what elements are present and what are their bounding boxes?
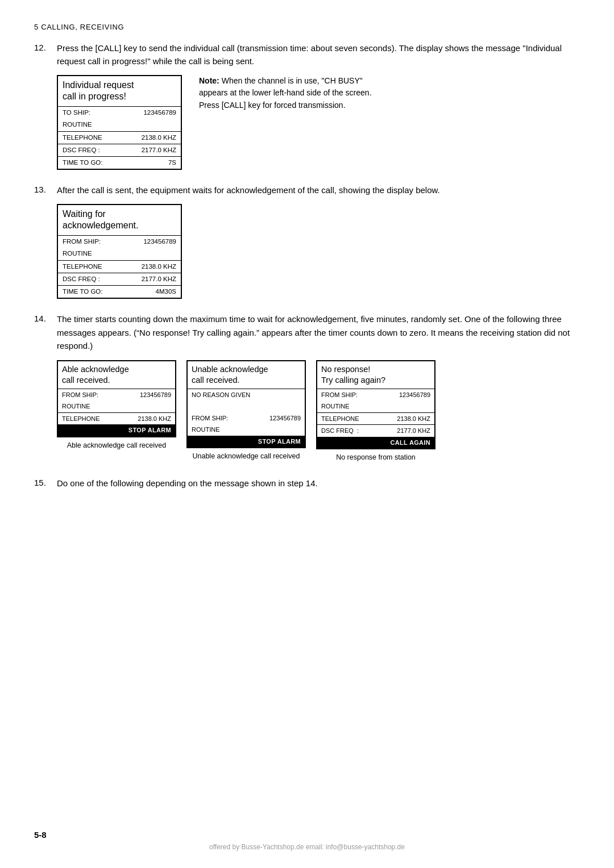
lcd-waiting: Waiting for acknowledgement. FROM SHIP:1…: [57, 204, 182, 299]
lcd-unable: Unable acknowledgecall received. NO REAS…: [186, 360, 306, 448]
lcd-row-dscfreq1: DSC FREQ :2177.0 KHZ: [58, 144, 181, 156]
step-13-num: 13.: [34, 183, 57, 299]
lcd-able-routine: ROUTINE: [58, 400, 175, 412]
lcd-row-telephone13: TELEPHONE2138.0 KHZ: [58, 260, 181, 273]
lcd-noresponse: No response!Try calling again? FROM SHIP…: [316, 360, 435, 449]
step-14-text: The timer starts counting down the maxim…: [57, 312, 580, 352]
caption-unable: Unable acknowledge call received: [192, 451, 300, 462]
caption-able: Able acknowledge call received: [67, 440, 166, 451]
step-15-text: Do one of the following depending on the…: [57, 477, 580, 490]
step-13-display-area: Waiting for acknowledgement. FROM SHIP:1…: [57, 204, 580, 299]
lcd-noresponse-routine: ROUTINE: [317, 400, 434, 412]
lcd-row-routine1: ROUTINE: [58, 119, 181, 131]
lcd-header-able: Able acknowledgecall received.: [58, 361, 175, 389]
stop-alarm-bar-2: STOP ALARM: [188, 436, 305, 448]
note-text-12: Note: When the channel is in use, "CH BU…: [199, 75, 392, 112]
lcd-row-timetogo1: TIME TO GO:7S: [58, 156, 181, 169]
lcd-row-routine13: ROUTINE: [58, 248, 181, 260]
lcd-row-dscfreq13: DSC FREQ :2177.0 KHZ: [58, 273, 181, 285]
footer: offered by Busse-Yachtshop.de email: inf…: [34, 843, 580, 851]
step-14-num: 14.: [34, 312, 57, 463]
step-15: 15. Do one of the following depending on…: [34, 477, 580, 490]
call-again-bar: CALL AGAIN: [317, 437, 434, 449]
step-12-text: Press the [CALL] key to send the individ…: [57, 41, 580, 68]
lcd-noresponse-fromship: FROM SHIP:123456789: [317, 389, 434, 401]
lcd-row-toship: TO SHIP:123456789: [58, 107, 181, 119]
step-12-content: Press the [CALL] key to send the individ…: [57, 41, 580, 170]
lcd-header-unable: Unable acknowledgecall received.: [188, 361, 305, 389]
lcd-able-telephone: TELEPHONE2138.0 KHZ: [58, 412, 175, 425]
note-label: Note:: [199, 76, 219, 85]
lcd-row-fromship13: FROM SHIP:123456789: [58, 236, 181, 248]
lcd-header-individual: Individual request call in progress!: [58, 76, 181, 107]
step-12-display-area: Individual request call in progress! TO …: [57, 75, 580, 170]
lcd-row-timetogo13: TIME TO GO:4M30S: [58, 285, 181, 298]
display-col-unable: Unable acknowledgecall received. NO REAS…: [186, 360, 306, 462]
lcd-able: Able acknowledgecall received. FROM SHIP…: [57, 360, 176, 437]
lcd-noresponse-telephone: TELEPHONE2138.0 KHZ: [317, 412, 434, 425]
lcd-unable-fromship: FROM SHIP:123456789: [188, 412, 305, 424]
three-displays: Able acknowledgecall received. FROM SHIP…: [57, 360, 580, 463]
lcd-header-noresponse: No response!Try calling again?: [317, 361, 434, 389]
step-13-text: After the call is sent, the equipment wa…: [57, 183, 580, 197]
step-15-num: 15.: [34, 477, 57, 490]
step-13-content: After the call is sent, the equipment wa…: [57, 183, 580, 299]
page-number: 5-8: [34, 830, 47, 840]
lcd-header-waiting: Waiting for acknowledgement.: [58, 205, 181, 236]
step-13: 13. After the call is sent, the equipmen…: [34, 183, 580, 299]
lcd-unable-noreason: NO REASON GIVEN: [188, 389, 305, 401]
step-14-content: The timer starts counting down the maxim…: [57, 312, 580, 463]
lcd-individual-request: Individual request call in progress! TO …: [57, 75, 182, 170]
lcd-unable-routine: ROUTINE: [188, 424, 305, 436]
step-12-num: 12.: [34, 41, 57, 170]
caption-noresponse: No response from station: [336, 452, 416, 463]
display-col-noresponse: No response!Try calling again? FROM SHIP…: [316, 360, 435, 463]
lcd-row-telephone1: TELEPHONE2138.0 KHZ: [58, 131, 181, 144]
lcd-noresponse-dscfreq: DSC FREQ :2177.0 KHZ: [317, 424, 434, 437]
lcd-able-fromship: FROM SHIP:123456789: [58, 389, 175, 401]
lcd-unable-blank: [188, 400, 305, 412]
section-header: 5 CALLING, RECEIVING: [34, 23, 580, 31]
step-14: 14. The timer starts counting down the m…: [34, 312, 580, 463]
step-12: 12. Press the [CALL] key to send the ind…: [34, 41, 580, 170]
step-15-content: Do one of the following depending on the…: [57, 477, 580, 490]
stop-alarm-bar-1: STOP ALARM: [58, 424, 175, 436]
display-col-able: Able acknowledgecall received. FROM SHIP…: [57, 360, 176, 450]
